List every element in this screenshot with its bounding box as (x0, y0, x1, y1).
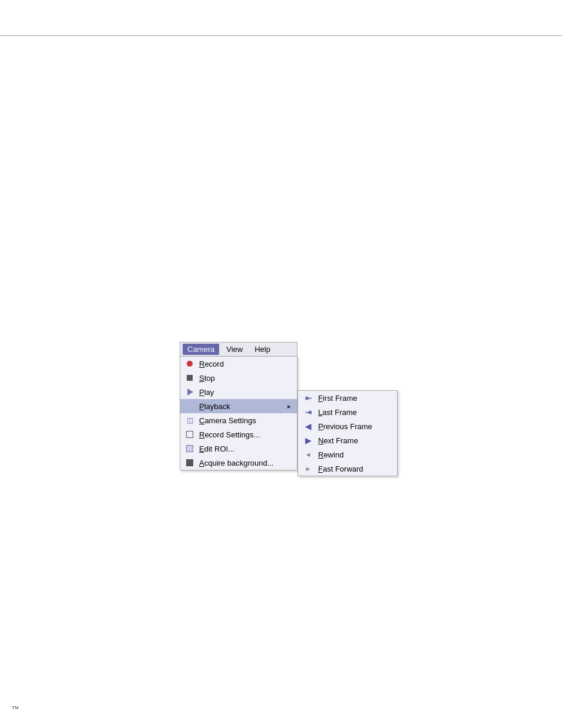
record-icon (185, 359, 194, 368)
menubar-item-view[interactable]: View (222, 344, 247, 355)
menubar: Camera View Help (180, 342, 297, 356)
menu-label-acquire-bg: Acquire background... (199, 459, 292, 467)
submenu-label-first-frame: First Frame (318, 394, 357, 403)
menubar-label-camera: Camera (187, 345, 214, 354)
acquire-bg-icon (185, 458, 194, 467)
tm-mark: TM (12, 705, 19, 710)
submenu-item-next-frame[interactable]: ▶ Next Frame (298, 433, 397, 447)
submenu-label-last-frame: Last Frame (318, 408, 357, 417)
submenu-arrow-icon: ► (286, 403, 292, 410)
menu-item-acquire-bg[interactable]: Acquire background... (180, 456, 297, 470)
first-frame-icon: ⇤ (303, 393, 313, 403)
record-settings-icon (185, 430, 194, 439)
camera-settings-icon: ◫ (185, 416, 194, 425)
menu-item-record-settings[interactable]: Record Settings... (180, 427, 297, 442)
menu-item-record[interactable]: Record (180, 357, 297, 371)
menubar-item-camera[interactable]: Camera (183, 344, 219, 355)
menu-label-playback: Playback (199, 402, 282, 411)
submenu-label-rewind: Rewind (318, 450, 343, 459)
playback-icon (185, 401, 194, 411)
submenu-item-first-frame[interactable]: ⇤ First Frame (298, 391, 397, 405)
top-border (0, 35, 562, 36)
menu-item-playback[interactable]: Playback ► (180, 399, 297, 413)
menu-label-record-settings: Record Settings... (199, 430, 292, 439)
dropdown-menu: Record Stop Play Playback (180, 356, 297, 470)
menubar-label-view: View (226, 345, 243, 354)
submenu-label-fast-forward: Fast Forward (318, 465, 363, 473)
submenu-item-fast-forward[interactable]: ► Fast Forward (298, 462, 397, 476)
fast-forward-icon: ► (303, 464, 313, 473)
submenu-item-last-frame[interactable]: ⇥ Last Frame (298, 405, 397, 419)
menu-label-edit-roi: Edit ROI... (199, 444, 292, 453)
menu-item-stop[interactable]: Stop (180, 371, 297, 385)
submenu-item-rewind[interactable]: ◄ Rewind (298, 447, 397, 462)
menu-area: Camera View Help Record Stop (180, 342, 297, 470)
edit-roi-icon (185, 444, 194, 453)
menu-item-camera-settings[interactable]: ◫ Camera Settings (180, 413, 297, 427)
menu-item-edit-roi[interactable]: Edit ROI... (180, 442, 297, 456)
menu-label-record: Record (199, 360, 292, 368)
rewind-icon: ◄ (303, 450, 313, 459)
menubar-label-help: Help (254, 345, 270, 354)
menu-label-play: Play (199, 388, 292, 397)
menubar-item-help[interactable]: Help (250, 344, 275, 355)
last-frame-icon: ⇥ (303, 407, 313, 417)
menu-label-stop: Stop (199, 374, 292, 383)
submenu-item-previous-frame[interactable]: ◀ Previous Frame (298, 419, 397, 433)
menu-item-play[interactable]: Play (180, 385, 297, 399)
prev-frame-icon: ◀ (303, 421, 313, 431)
play-icon (185, 387, 194, 397)
stop-icon (185, 373, 194, 383)
submenu-label-next-frame: Next Frame (318, 436, 358, 445)
menu-label-camera-settings: Camera Settings (199, 416, 292, 425)
submenu: ⇤ First Frame ⇥ Last Frame ◀ Previous Fr… (297, 390, 398, 476)
submenu-label-previous-frame: Previous Frame (318, 422, 372, 431)
next-frame-icon: ▶ (303, 436, 313, 445)
